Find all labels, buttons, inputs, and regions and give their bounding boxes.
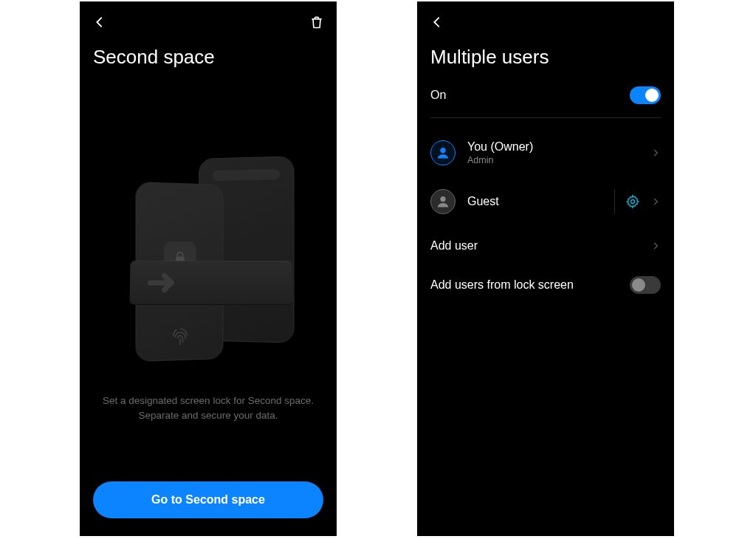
user-role: Admin bbox=[467, 155, 533, 165]
header-bar bbox=[417, 1, 674, 38]
swap-arrow-icon bbox=[129, 261, 292, 305]
separator bbox=[614, 189, 615, 214]
description-line: Separate and secure your data. bbox=[138, 410, 278, 421]
back-icon[interactable] bbox=[429, 14, 445, 30]
page-title: Multiple users bbox=[417, 38, 674, 76]
add-user-row[interactable]: Add user bbox=[417, 226, 674, 266]
chevron-right-icon bbox=[650, 241, 661, 251]
user-avatar-icon bbox=[430, 189, 456, 214]
toggle-knob bbox=[645, 89, 659, 102]
toggle-knob bbox=[632, 278, 645, 292]
gear-icon[interactable] bbox=[625, 194, 640, 209]
chevron-right-icon bbox=[650, 196, 661, 207]
description-text: Set a designated screen lock for Second … bbox=[80, 394, 337, 422]
user-name: Guest bbox=[467, 195, 499, 208]
multiple-users-toggle-row[interactable]: On bbox=[417, 76, 674, 114]
back-icon[interactable] bbox=[92, 14, 108, 30]
page-title: Second space bbox=[80, 38, 337, 76]
second-space-illustration bbox=[80, 143, 337, 386]
trash-icon[interactable] bbox=[309, 14, 325, 30]
user-text-block: You (Owner) Admin bbox=[467, 140, 533, 165]
user-row-guest[interactable]: Guest bbox=[417, 177, 674, 226]
description-line: Set a designated screen lock for Second … bbox=[103, 395, 314, 406]
multiple-users-screen: Multiple users On You (Owner) Admin bbox=[417, 1, 674, 536]
svg-point-1 bbox=[441, 148, 446, 153]
fingerprint-icon bbox=[170, 327, 190, 349]
add-users-lock-screen-row[interactable]: Add users from lock screen bbox=[417, 266, 674, 304]
user-row-owner[interactable]: You (Owner) Admin bbox=[417, 128, 674, 177]
go-to-second-space-button[interactable]: Go to Second space bbox=[93, 481, 323, 518]
lock-screen-toggle[interactable] bbox=[630, 276, 661, 294]
svg-point-2 bbox=[441, 196, 446, 202]
user-name: You (Owner) bbox=[467, 140, 533, 154]
user-avatar-icon bbox=[430, 140, 456, 165]
cta-label: Go to Second space bbox=[151, 493, 265, 507]
multiple-users-toggle[interactable] bbox=[630, 86, 661, 104]
second-space-screen: Second space Set a bbox=[80, 1, 337, 536]
chevron-right-icon bbox=[650, 148, 661, 158]
toggle-label: On bbox=[430, 89, 446, 102]
header-bar bbox=[80, 1, 337, 38]
lock-screen-label: Add users from lock screen bbox=[430, 278, 574, 292]
add-user-label: Add user bbox=[430, 239, 478, 253]
divider bbox=[430, 117, 661, 118]
svg-point-3 bbox=[631, 200, 635, 204]
